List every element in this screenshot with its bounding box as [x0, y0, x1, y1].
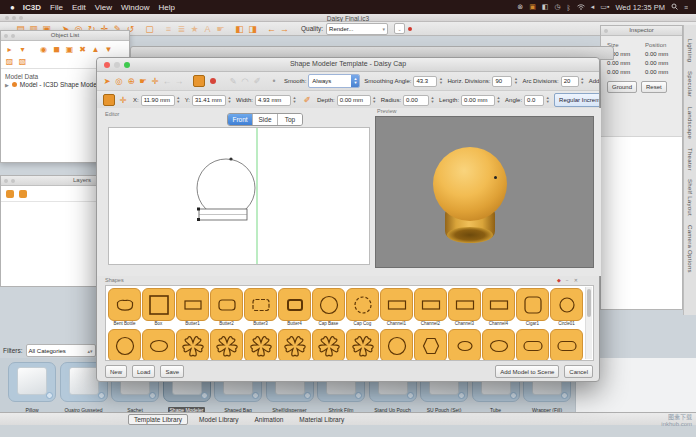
side-tab-theater[interactable]: Theater	[687, 148, 693, 171]
preset-dropdown[interactable]: ⌄	[394, 23, 405, 34]
dialog-titlebar[interactable]: Shape Modeler Template - Daisy Cap	[97, 58, 599, 72]
layer-swatch-icon[interactable]	[19, 190, 27, 198]
select-point-tool-icon[interactable]: ➤	[101, 75, 113, 87]
battery-icon[interactable]: ▭▪	[600, 3, 609, 11]
redo-icon[interactable]: →	[278, 23, 291, 35]
shape-swatch-unnamed[interactable]	[550, 329, 583, 361]
camera-tool-icon[interactable]: ◨	[246, 23, 259, 35]
shape-swatch-cap-base[interactable]	[312, 288, 345, 321]
side-tab-camera-options[interactable]: Camera Options	[687, 225, 693, 273]
menu-item-window[interactable]: Window	[121, 3, 149, 12]
shape-swatch-channel4[interactable]	[482, 288, 515, 321]
favorite-tool-icon[interactable]: ★	[188, 23, 201, 35]
horiz-divisions-field[interactable]: 90	[492, 76, 512, 87]
tab-material-library[interactable]: Material Library	[294, 415, 349, 424]
template-tile-pillow[interactable]: Pillow	[8, 362, 56, 402]
status-icon-2[interactable]: ▣	[529, 3, 536, 11]
align-tool-icon[interactable]: ≡	[162, 23, 175, 35]
shape-swatch-circle01[interactable]	[550, 288, 583, 321]
shapes-close-icon[interactable]: ✕	[574, 277, 578, 283]
menu-item-ic3d[interactable]: IC3D	[23, 3, 41, 12]
shape-swatch-unnamed[interactable]	[244, 329, 277, 361]
distribute-tool-icon[interactable]: ≣	[175, 23, 188, 35]
regular-increment-button[interactable]: Regular Increment	[554, 93, 599, 107]
hand-tool-icon[interactable]: ☛	[214, 23, 227, 35]
menu-item-view[interactable]: View	[95, 3, 112, 12]
material-tool-icon[interactable]: ◧	[233, 23, 246, 35]
move-down-icon[interactable]: ▼	[103, 44, 114, 54]
layer-swatch-icon[interactable]	[6, 190, 14, 198]
stepper-icon[interactable]: ▲▼	[496, 95, 501, 106]
stepper-icon[interactable]: ▲▼	[176, 95, 181, 106]
pen-tool-icon[interactable]: ✎	[227, 75, 239, 87]
shape-swatch-unnamed[interactable]	[312, 329, 345, 361]
y-field[interactable]: 31.41 mm	[192, 95, 226, 106]
shape-swatch-unnamed[interactable]	[482, 329, 515, 361]
shape-swatch-butter2[interactable]	[210, 288, 243, 321]
shape-swatch-butter1[interactable]	[176, 288, 209, 321]
redo-icon[interactable]: →	[173, 75, 185, 87]
object-list-titlebar[interactable]: Object List	[1, 31, 129, 41]
shapes-collapse-icon[interactable]: −	[566, 277, 569, 283]
profile-editor-canvas[interactable]	[108, 127, 370, 265]
quality-dropdown[interactable]: Render...▾	[326, 23, 388, 35]
delete-point-icon[interactable]	[210, 78, 216, 84]
shape-swatch-unnamed[interactable]	[380, 329, 413, 361]
shape-swatch-unnamed[interactable]	[516, 329, 549, 361]
move-point-tool-icon[interactable]: ✛	[117, 94, 129, 106]
undo-icon[interactable]: ←	[161, 75, 173, 87]
new-button[interactable]: New	[105, 365, 127, 378]
width-field[interactable]: 4.93 mm	[255, 95, 291, 106]
delete-icon[interactable]: ✖	[77, 44, 88, 54]
tab-template-library[interactable]: Template Library	[128, 414, 188, 425]
shape-swatch-box[interactable]	[142, 288, 175, 321]
length-field[interactable]: 0.00 mm	[461, 95, 495, 106]
x-field[interactable]: 11.90 mm	[141, 95, 175, 106]
stepper-icon[interactable]: ▲▼	[513, 76, 518, 87]
brush-tool-icon[interactable]: ✐	[301, 94, 313, 106]
shape-swatch-unnamed[interactable]	[142, 329, 175, 361]
visibility-icon[interactable]: ◉	[38, 44, 49, 54]
tab-side[interactable]: Side	[253, 114, 278, 125]
shape-swatch-channel3[interactable]	[448, 288, 481, 321]
lock-icon[interactable]: ◼	[51, 44, 62, 54]
depth-field[interactable]: 0.00 mm	[337, 95, 371, 106]
radius-field[interactable]: 0.00	[403, 95, 429, 106]
stepper-icon[interactable]: ▲▼	[430, 95, 435, 106]
shape-swatch-bent-bottle[interactable]	[108, 288, 141, 321]
apple-menu-icon[interactable]: ●	[10, 3, 15, 12]
transform-tool-icon[interactable]: ✛	[149, 75, 161, 87]
shape-swatch-channel1[interactable]	[380, 288, 413, 321]
menu-item-edit[interactable]: Edit	[72, 3, 86, 12]
color-swatch-icon[interactable]	[193, 75, 205, 87]
menubar-clock[interactable]: Wed 12:35 PM	[615, 3, 664, 12]
shape-swatch-unnamed[interactable]	[346, 329, 379, 361]
stepper-icon[interactable]: ▲▼	[580, 76, 585, 87]
remove-object-icon[interactable]: ▾	[17, 44, 28, 54]
shape-swatch-unnamed[interactable]	[414, 329, 447, 361]
inspector-titlebar[interactable]: Inspector	[601, 26, 682, 36]
preview-3d-viewport[interactable]	[375, 116, 594, 268]
tab-model-library[interactable]: Model Library	[194, 415, 243, 424]
smooth-dropdown[interactable]: Always▲▼	[308, 74, 360, 88]
shape-swatch-unnamed[interactable]	[210, 329, 243, 361]
side-tab-landscape[interactable]: Landscape	[687, 107, 693, 139]
shapes-scrollbar[interactable]	[585, 287, 592, 359]
point-tool-icon[interactable]: •	[268, 75, 280, 87]
status-icon-1[interactable]: ⊗	[517, 3, 523, 11]
notification-center-icon[interactable]: ≡	[684, 4, 688, 11]
angle-field[interactable]: 0.0	[524, 95, 544, 106]
cancel-button[interactable]: Cancel	[564, 365, 593, 378]
filters-dropdown[interactable]: All Categories▴▾	[26, 344, 96, 357]
duplicate-icon[interactable]: ▣	[64, 44, 75, 54]
layers-titlebar[interactable]: Layers	[1, 176, 96, 186]
tab-front[interactable]: Front	[228, 114, 253, 125]
shape-swatch-unnamed[interactable]	[176, 329, 209, 361]
side-tab-shelf-layout[interactable]: Shelf Layout	[687, 179, 693, 216]
text-tool-icon[interactable]: A	[201, 23, 214, 35]
disclosure-triangle-icon[interactable]: ▶	[5, 82, 9, 88]
ground-button[interactable]: Ground	[607, 81, 637, 93]
spotlight-search-icon[interactable]	[671, 3, 678, 11]
shapes-panel-marker-icon[interactable]: ◆	[557, 277, 561, 283]
move-up-icon[interactable]: ▲	[90, 44, 101, 54]
